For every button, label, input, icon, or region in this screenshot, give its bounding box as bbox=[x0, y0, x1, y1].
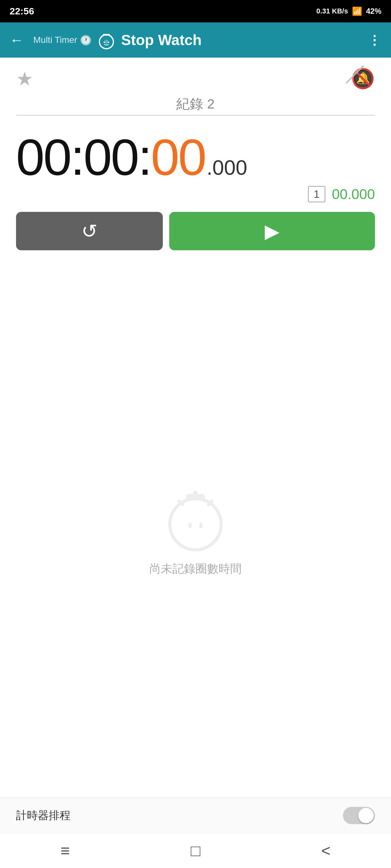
status-network-speed: 0.31 KB/s bbox=[316, 7, 348, 16]
timer-title-input[interactable] bbox=[16, 93, 375, 116]
timer-colon1: : bbox=[71, 131, 83, 183]
timer-milliseconds: .000 bbox=[207, 156, 247, 180]
main-content: ★ 🔕 00 : 00 : 00 .000 1 00.000 ↺ ▶ bbox=[0, 58, 391, 833]
favorite-button[interactable]: ★ bbox=[16, 67, 33, 90]
footer-label: 計時器排程 bbox=[16, 808, 71, 823]
status-battery: 42% bbox=[366, 7, 381, 16]
app-bar-title: Multi Timer 🕐 Stop Watch bbox=[33, 30, 362, 50]
status-time: 22:56 bbox=[9, 6, 34, 17]
nav-bar: ≡ □ < bbox=[0, 833, 391, 868]
svg-rect-14 bbox=[199, 523, 202, 528]
nav-menu-icon[interactable]: ≡ bbox=[61, 841, 70, 860]
status-icons: 0.31 KB/s 📶 42% bbox=[316, 6, 381, 16]
notification-button[interactable]: 🔕 bbox=[351, 67, 375, 90]
stopwatch-icon bbox=[97, 30, 116, 50]
bell-icon: 🔕 bbox=[351, 67, 375, 90]
svg-point-8 bbox=[170, 499, 221, 550]
nav-back-icon[interactable]: < bbox=[321, 841, 330, 860]
svg-rect-13 bbox=[189, 523, 192, 528]
reset-button[interactable]: ↺ bbox=[16, 212, 163, 250]
lap-number: 1 bbox=[308, 186, 326, 202]
timer-colon2: : bbox=[138, 131, 150, 183]
more-options-button[interactable]: ⋮ bbox=[368, 33, 381, 48]
svg-point-1 bbox=[104, 40, 108, 44]
header-row: ★ 🔕 bbox=[0, 58, 391, 93]
timer-display: 00 : 00 : 00 .000 bbox=[0, 122, 391, 186]
svg-rect-10 bbox=[193, 491, 198, 498]
lap-time: 00.000 bbox=[332, 186, 375, 202]
buttons-row: ↺ ▶ bbox=[0, 212, 391, 260]
empty-text: 尚未記錄圈數時間 bbox=[149, 561, 242, 577]
reset-icon: ↺ bbox=[81, 220, 97, 242]
empty-state: 尚未記錄圈數時間 bbox=[0, 260, 391, 798]
toggle-knob bbox=[358, 808, 374, 823]
timer-minutes: 00 bbox=[83, 131, 138, 183]
back-button[interactable]: ← bbox=[9, 32, 24, 48]
nav-home-icon[interactable]: □ bbox=[191, 841, 200, 860]
start-button[interactable]: ▶ bbox=[169, 212, 375, 250]
status-signal: 📶 bbox=[352, 6, 362, 16]
svg-point-6 bbox=[104, 41, 105, 43]
stopwatch-title: Stop Watch bbox=[121, 31, 202, 49]
timer-hours: 00 bbox=[16, 131, 71, 183]
timer-seconds: 00 bbox=[151, 131, 205, 183]
status-bar: 22:56 0.31 KB/s 📶 42% bbox=[0, 0, 391, 22]
svg-point-7 bbox=[108, 41, 109, 43]
multi-timer-label: Multi Timer 🕐 bbox=[33, 35, 92, 46]
footer-row: 計時器排程 bbox=[0, 798, 391, 833]
empty-stopwatch-illustration bbox=[160, 481, 231, 552]
lap-row: 1 00.000 bbox=[0, 186, 391, 212]
app-bar: ← Multi Timer 🕐 Stop Watch ⋮ bbox=[0, 22, 391, 58]
timer-schedule-toggle[interactable] bbox=[343, 807, 375, 824]
title-section bbox=[0, 93, 391, 122]
play-icon: ▶ bbox=[265, 220, 279, 242]
clock-icon: 🕐 bbox=[80, 35, 92, 46]
